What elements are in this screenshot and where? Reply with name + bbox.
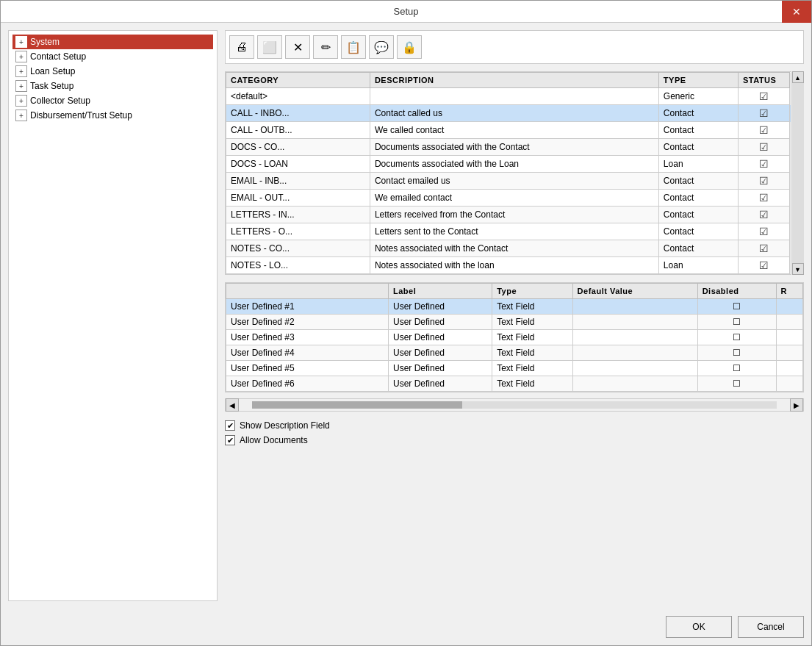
cell-category: EMAIL - INB... xyxy=(226,173,370,190)
disabled-checkbox[interactable]: ☐ xyxy=(733,348,741,358)
sidebar-item-contact-setup[interactable]: +Contact Setup xyxy=(12,49,213,64)
hscroll-right-button[interactable]: ▶ xyxy=(790,398,803,412)
status-checkbox[interactable]: ☑ xyxy=(759,243,769,254)
cell-label: User Defined xyxy=(389,299,492,315)
status-checkbox[interactable]: ☑ xyxy=(759,124,769,136)
sidebar-item-system[interactable]: +System xyxy=(12,35,213,49)
expand-icon: + xyxy=(15,65,27,77)
cell-disabled: ☐ xyxy=(697,299,776,315)
hscroll-left-button[interactable]: ◀ xyxy=(226,398,239,412)
disabled-checkbox[interactable]: ☐ xyxy=(733,378,741,389)
table-row[interactable]: CALL - INBO...Contact called usContact☑ xyxy=(226,105,803,122)
allow-documents-checkbox[interactable]: ✔ xyxy=(225,435,235,445)
table-row[interactable]: DOCS - LOANDocuments associated with the… xyxy=(226,156,803,173)
cell-default-value xyxy=(572,361,697,376)
print-icon-button[interactable]: 🖨 xyxy=(229,35,254,59)
sidebar-label: Loan Setup xyxy=(30,66,75,76)
cell-status: ☑ xyxy=(739,173,790,190)
ok-button[interactable]: OK xyxy=(666,616,732,638)
list-item[interactable]: User Defined #2User DefinedText Field☐ xyxy=(226,315,803,330)
cell-type: Text Field xyxy=(492,345,572,361)
status-checkbox[interactable]: ☑ xyxy=(759,107,769,119)
status-checkbox[interactable]: ☑ xyxy=(759,90,769,102)
category-table: CATEGORY DESCRIPTION TYPE STATUS <defaul… xyxy=(226,72,803,274)
expand-icon: + xyxy=(15,51,27,62)
cell-category: NOTES - LO... xyxy=(226,257,370,274)
cell-type: Text Field xyxy=(492,376,572,392)
delete-icon-button[interactable]: ✕ xyxy=(285,35,310,59)
cell-status: ☑ xyxy=(739,207,790,223)
status-checkbox[interactable]: ☑ xyxy=(759,141,769,153)
scroll-down-button[interactable]: ▼ xyxy=(792,263,804,275)
table-row[interactable]: NOTES - LO...Notes associated with the l… xyxy=(226,257,803,274)
top-table-container: CATEGORY DESCRIPTION TYPE STATUS <defaul… xyxy=(225,71,804,275)
cell-r xyxy=(776,376,803,392)
status-checkbox[interactable]: ☑ xyxy=(759,259,769,271)
disabled-checkbox[interactable]: ☐ xyxy=(733,332,741,342)
expand-icon: + xyxy=(15,95,27,107)
cell-type: Contact xyxy=(658,139,738,156)
copy-icon-button[interactable]: 📋 xyxy=(341,35,366,59)
status-checkbox[interactable]: ☑ xyxy=(759,158,769,170)
sidebar-item-collector-setup[interactable]: +Collector Setup xyxy=(12,93,213,108)
edit-icon-button[interactable]: ✏ xyxy=(313,35,338,59)
table-row[interactable]: EMAIL - INB...Contact emailed usContact☑ xyxy=(226,173,803,190)
table-row[interactable]: NOTES - CO...Notes associated with the C… xyxy=(226,240,803,257)
col-description: DESCRIPTION xyxy=(370,73,658,88)
cell-user-defined-id: User Defined #1 xyxy=(226,299,389,315)
status-checkbox[interactable]: ☑ xyxy=(759,226,769,237)
lock-icon-button[interactable]: 🔒 xyxy=(397,35,422,59)
sidebar-item-loan-setup[interactable]: +Loan Setup xyxy=(12,64,213,79)
show-description-checkbox[interactable]: ✔ xyxy=(225,420,235,431)
cell-label: User Defined xyxy=(389,315,492,330)
table-row[interactable]: EMAIL - OUT...We emailed contactContact☑ xyxy=(226,190,803,207)
sidebar-item-task-setup[interactable]: +Task Setup xyxy=(12,79,213,93)
table-row[interactable]: LETTERS - IN...Letters received from the… xyxy=(226,207,803,223)
cell-default-value xyxy=(572,299,697,315)
cell-category: DOCS - LOAN xyxy=(226,156,370,173)
cell-status: ☑ xyxy=(739,156,790,173)
table-row[interactable]: CALL - OUTB...We called contactContact☑ xyxy=(226,122,803,139)
sidebar-item-disbursement-trust-setup[interactable]: +Disbursement/Trust Setup xyxy=(12,108,213,123)
cell-category: LETTERS - IN... xyxy=(226,207,370,223)
list-item[interactable]: User Defined #5User DefinedText Field☐ xyxy=(226,361,803,376)
comment-icon-button[interactable]: 💬 xyxy=(369,35,394,59)
cell-type: Contact xyxy=(658,223,738,240)
disabled-checkbox[interactable]: ☐ xyxy=(733,363,741,373)
table-row[interactable]: LETTERS - O...Letters sent to the Contac… xyxy=(226,223,803,240)
cell-type: Contact xyxy=(658,240,738,257)
status-checkbox[interactable]: ☑ xyxy=(759,209,769,220)
cell-user-defined-id: User Defined #5 xyxy=(226,361,389,376)
vertical-scrollbar[interactable]: ▲ ▼ xyxy=(791,71,804,275)
cell-type: Text Field xyxy=(492,330,572,345)
cell-type: Loan xyxy=(658,257,738,274)
cell-user-defined-id: User Defined #6 xyxy=(226,376,389,392)
select-icon-button[interactable]: ⬜ xyxy=(257,35,282,59)
disabled-checkbox[interactable]: ☐ xyxy=(733,317,741,327)
col-label: Label xyxy=(389,284,492,299)
table-row[interactable]: DOCS - CO...Documents associated with th… xyxy=(226,139,803,156)
cell-type: Contact xyxy=(658,207,738,223)
disabled-checkbox[interactable]: ☐ xyxy=(733,301,741,312)
list-item[interactable]: User Defined #3User DefinedText Field☐ xyxy=(226,330,803,345)
cell-disabled: ☐ xyxy=(697,330,776,345)
close-button[interactable]: ✕ xyxy=(782,1,811,23)
status-checkbox[interactable]: ☑ xyxy=(759,175,769,187)
list-item[interactable]: User Defined #6User DefinedText Field☐ xyxy=(226,376,803,392)
cell-status: ☑ xyxy=(739,240,790,257)
list-item[interactable]: User Defined #4User DefinedText Field☐ xyxy=(226,345,803,361)
cell-r xyxy=(776,345,803,361)
cell-description: We called contact xyxy=(370,122,658,139)
cell-disabled: ☐ xyxy=(697,315,776,330)
cell-user-defined-id: User Defined #2 xyxy=(226,315,389,330)
list-item[interactable]: User Defined #1User DefinedText Field☐ xyxy=(226,299,803,315)
status-checkbox[interactable]: ☑ xyxy=(759,192,769,204)
show-description-label: Show Description Field xyxy=(240,420,330,431)
cancel-button[interactable]: Cancel xyxy=(738,616,804,638)
cell-disabled: ☐ xyxy=(697,345,776,361)
horizontal-scrollbar[interactable]: ◀ ▶ xyxy=(225,398,804,412)
table-row[interactable]: <default>Generic☑ xyxy=(226,88,803,105)
scroll-up-button[interactable]: ▲ xyxy=(792,71,804,83)
cell-default-value xyxy=(572,345,697,361)
cell-user-defined-id: User Defined #4 xyxy=(226,345,389,361)
